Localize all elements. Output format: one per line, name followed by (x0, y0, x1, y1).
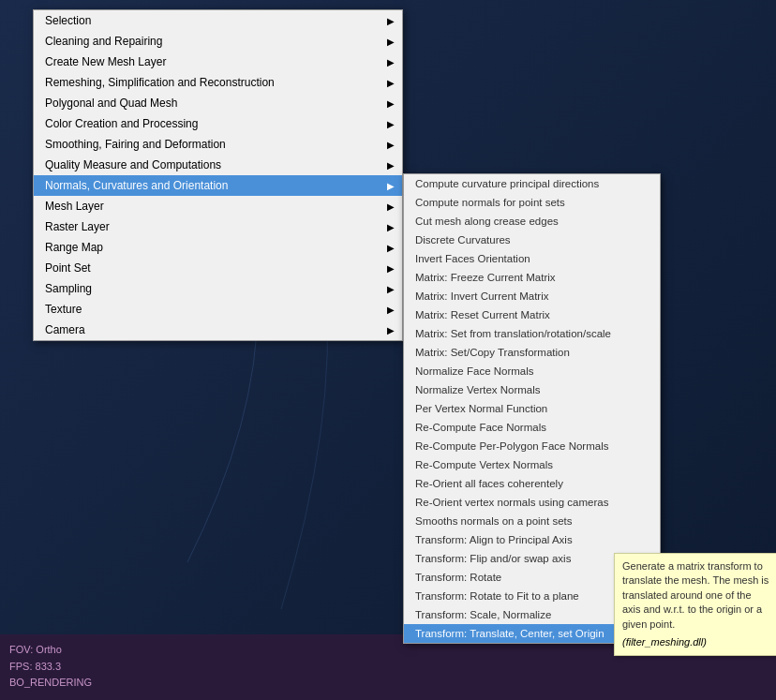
menu-item-label: Camera (45, 323, 85, 336)
submenu-item[interactable]: Matrix: Freeze Current Matrix (404, 268, 660, 287)
tooltip-dll: (filter_meshing.dll) (622, 635, 769, 649)
main-menu-item[interactable]: Range Map▶ (34, 237, 402, 258)
menu-arrow-icon: ▶ (387, 284, 395, 294)
menu-arrow-icon: ▶ (387, 325, 395, 335)
submenu-item[interactable]: Re-Compute Face Normals (404, 418, 660, 437)
main-menu-item[interactable]: Sampling▶ (34, 278, 402, 299)
submenu-item[interactable]: Compute normals for point sets (404, 193, 660, 212)
submenu-item[interactable]: Discrete Curvatures (404, 231, 660, 249)
menu-item-label: Sampling (45, 282, 92, 295)
menu-item-label: Range Map (45, 241, 103, 254)
menu-item-label: Create New Mesh Layer (45, 55, 166, 68)
main-menu-item[interactable]: Polygonal and Quad Mesh▶ (34, 93, 402, 113)
menu-arrow-icon: ▶ (387, 263, 395, 274)
menu-item-label: Color Creation and Processing (45, 117, 198, 130)
submenu-item[interactable]: Matrix: Set/Copy Transformation (404, 343, 660, 362)
submenu-item[interactable]: Matrix: Reset Current Matrix (404, 305, 660, 324)
main-menu-item[interactable]: Cleaning and Repairing▶ (34, 31, 402, 52)
fps-value: 833.3 (36, 661, 62, 672)
fov-label: FOV: (9, 644, 33, 655)
render-mode: BO_RENDERING (9, 675, 767, 692)
submenu-item[interactable]: Invert Faces Orientation (404, 249, 660, 268)
submenu-item[interactable]: Matrix: Invert Current Matrix (404, 287, 660, 305)
main-menu-item[interactable]: Selection▶ (34, 10, 402, 31)
menu-item-label: Smoothing, Fairing and Deformation (45, 138, 226, 151)
fov-value: Ortho (36, 644, 62, 655)
main-menu-item[interactable]: Texture▶ (34, 299, 402, 320)
submenu-item[interactable]: Re-Orient vertex normals using cameras (404, 493, 660, 512)
main-menu-item[interactable]: Raster Layer▶ (34, 216, 402, 237)
main-menu-item[interactable]: Create New Mesh Layer▶ (34, 52, 402, 72)
menu-item-label: Polygonal and Quad Mesh (45, 97, 177, 110)
submenu-item[interactable]: Normalize Face Normals (404, 362, 660, 380)
menu-item-label: Selection (45, 14, 91, 27)
main-menu-item[interactable]: Color Creation and Processing▶ (34, 113, 402, 134)
menu-item-label: Point Set (45, 261, 91, 275)
fps-label: FPS: (9, 661, 32, 672)
menu-arrow-icon: ▶ (387, 181, 395, 191)
submenu-item[interactable]: Smooths normals on a point sets (404, 512, 660, 530)
submenu-item[interactable]: Compute curvature principal directions (404, 174, 660, 193)
submenu-item[interactable]: Cut mesh along crease edges (404, 212, 660, 231)
main-menu-item[interactable]: Smoothing, Fairing and Deformation▶ (34, 134, 402, 155)
menu-arrow-icon: ▶ (387, 222, 395, 232)
tooltip: Generate a matrix transform to translate… (614, 553, 776, 656)
main-menu-item[interactable]: Point Set▶ (34, 258, 402, 278)
fps-line: FPS: 833.3 (9, 659, 767, 676)
menu-arrow-icon: ▶ (387, 140, 395, 150)
submenu-item[interactable]: Re-Orient all faces coherentely (404, 474, 660, 493)
menu-arrow-icon: ▶ (387, 78, 395, 88)
submenu-item[interactable]: Normalize Vertex Normals (404, 380, 660, 399)
submenu-item[interactable]: Re-Compute Vertex Normals (404, 455, 660, 474)
submenu-item[interactable]: Re-Compute Per-Polygon Face Normals (404, 437, 660, 455)
submenu-item[interactable]: Matrix: Set from translation/rotation/sc… (404, 324, 660, 343)
menu-item-label: Cleaning and Repairing (45, 35, 162, 48)
menu-arrow-icon: ▶ (387, 119, 395, 129)
menu-item-label: Texture (45, 303, 82, 316)
menu-item-label: Quality Measure and Computations (45, 158, 221, 171)
menu-item-label: Remeshing, Simplification and Reconstruc… (45, 76, 275, 89)
main-menu-item[interactable]: Mesh Layer▶ (34, 196, 402, 216)
menu-arrow-icon: ▶ (387, 243, 395, 253)
menu-item-label: Raster Layer (45, 220, 110, 233)
menu-item-label: Normals, Curvatures and Orientation (45, 179, 228, 192)
menu-arrow-icon: ▶ (387, 201, 395, 212)
main-menu: Selection▶Cleaning and Repairing▶Create … (33, 9, 403, 341)
menu-arrow-icon: ▶ (387, 57, 395, 67)
menu-arrow-icon: ▶ (387, 98, 395, 109)
menu-arrow-icon: ▶ (387, 160, 395, 171)
menu-arrow-icon: ▶ (387, 37, 395, 47)
submenu-item[interactable]: Per Vertex Normal Function (404, 399, 660, 418)
menu-arrow-icon: ▶ (387, 16, 395, 26)
main-menu-item[interactable]: Remeshing, Simplification and Reconstruc… (34, 72, 402, 93)
main-menu-item[interactable]: Normals, Curvatures and Orientation▶ (34, 175, 402, 196)
main-menu-item[interactable]: Camera▶ (34, 320, 402, 340)
menu-arrow-icon: ▶ (387, 305, 395, 315)
main-menu-item[interactable]: Quality Measure and Computations▶ (34, 155, 402, 175)
tooltip-text: Generate a matrix transform to translate… (622, 560, 769, 630)
submenu-item[interactable]: Transform: Align to Principal Axis (404, 530, 660, 549)
menu-item-label: Mesh Layer (45, 200, 104, 213)
